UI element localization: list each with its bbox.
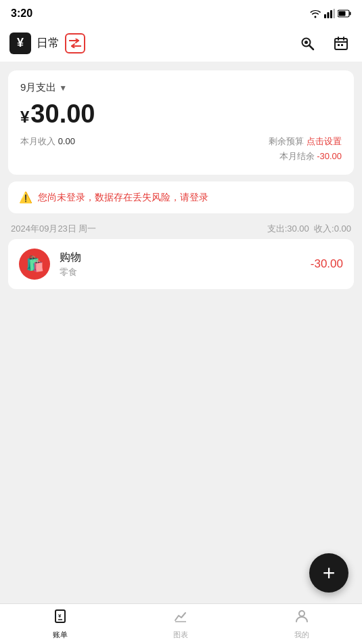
warning-card[interactable]: ⚠️ 您尚未登录，数据存在丢失风险，请登录 <box>8 181 354 213</box>
chart-label: 图表 <box>173 630 188 640</box>
budget-row: 剩余预算 点击设置 <box>269 135 342 148</box>
svg-point-22 <box>299 611 304 616</box>
status-icons <box>309 9 351 18</box>
svg-rect-17 <box>341 44 343 46</box>
bottom-nav: ¥ 账单 图表 我的 <box>0 603 362 644</box>
search-button[interactable] <box>296 32 319 55</box>
svg-rect-6 <box>339 12 346 16</box>
svg-rect-1 <box>327 12 330 18</box>
main-content: 9月支出 ▼ ¥30.00 本月收入 0.00 剩余预算 点击设置 本月结余 -… <box>0 62 362 603</box>
svg-rect-0 <box>324 14 326 18</box>
summary-right: 剩余预算 点击设置 本月结余 -30.00 <box>269 135 342 163</box>
transaction-row: 🛍️ 购物 零食 -30.00 <box>19 249 343 280</box>
battery-icon <box>338 9 351 18</box>
summary-amount: ¥30.00 <box>20 100 342 129</box>
nav-item-ledger[interactable]: ¥ 账单 <box>0 608 120 640</box>
wifi-icon <box>309 9 321 18</box>
warning-icon: ⚠️ <box>19 191 32 204</box>
income-row: 本月收入 0.00 <box>20 135 75 148</box>
nav-item-chart[interactable]: 图表 <box>120 608 241 640</box>
header: ¥ 日常 <box>0 24 362 62</box>
nav-item-profile[interactable]: 我的 <box>242 608 362 640</box>
date-group-header: 2024年09月23日 周一 支出:30.00 收入:0.00 <box>8 220 354 239</box>
warning-text: 您尚未登录，数据存在丢失风险，请登录 <box>38 192 208 204</box>
svg-rect-3 <box>334 9 336 18</box>
transaction-sub: 零食 <box>60 266 301 278</box>
search-icon <box>299 35 315 51</box>
svg-point-11 <box>304 41 308 44</box>
calendar-button[interactable] <box>330 32 353 55</box>
svg-rect-2 <box>330 10 332 18</box>
signal-icon <box>324 9 335 18</box>
amount-prefix: ¥ <box>20 108 29 126</box>
date-summary: 支出:30.00 收入:0.00 <box>267 223 351 235</box>
status-bar: 3:20 <box>0 0 362 24</box>
dropdown-arrow-icon[interactable]: ▼ <box>59 83 67 93</box>
profile-icon <box>294 608 310 628</box>
svg-text:¥: ¥ <box>58 613 62 619</box>
svg-rect-12 <box>335 39 347 49</box>
transaction-card[interactable]: 🛍️ 购物 零食 -30.00 <box>8 239 354 289</box>
transaction-name: 购物 <box>60 251 301 265</box>
add-transaction-button[interactable]: + <box>309 553 348 593</box>
ledger-label: 账单 <box>53 630 68 640</box>
svg-rect-5 <box>350 12 351 16</box>
chart-icon <box>173 608 189 628</box>
balance-value: -30.00 <box>317 151 342 161</box>
app-title: 日常 <box>37 35 60 51</box>
header-left: ¥ 日常 <box>9 33 85 54</box>
svg-line-10 <box>309 45 313 49</box>
switch-button[interactable] <box>65 33 85 53</box>
date-label: 2024年09月23日 周一 <box>11 223 96 235</box>
month-label: 9月支出 <box>20 81 56 94</box>
svg-rect-16 <box>338 44 340 46</box>
profile-label: 我的 <box>294 630 309 640</box>
summary-left: 本月收入 0.00 <box>20 135 75 148</box>
summary-bottom: 本月收入 0.00 剩余预算 点击设置 本月结余 -30.00 <box>20 135 342 163</box>
balance-row: 本月结余 -30.00 <box>279 150 342 163</box>
transaction-amount: -30.00 <box>311 257 343 271</box>
calendar-icon <box>333 35 349 51</box>
yen-icon: ¥ <box>9 33 31 54</box>
ledger-icon: ¥ <box>52 608 68 628</box>
month-row: 9月支出 ▼ <box>20 81 342 94</box>
status-time: 3:20 <box>11 7 32 20</box>
switch-icon <box>69 39 81 48</box>
budget-set-link[interactable]: 点击设置 <box>307 135 342 148</box>
transaction-info: 购物 零食 <box>60 251 301 278</box>
summary-card: 9月支出 ▼ ¥30.00 本月收入 0.00 剩余预算 点击设置 本月结余 -… <box>8 70 354 175</box>
transaction-category-icon: 🛍️ <box>19 249 50 280</box>
header-right <box>296 32 353 55</box>
